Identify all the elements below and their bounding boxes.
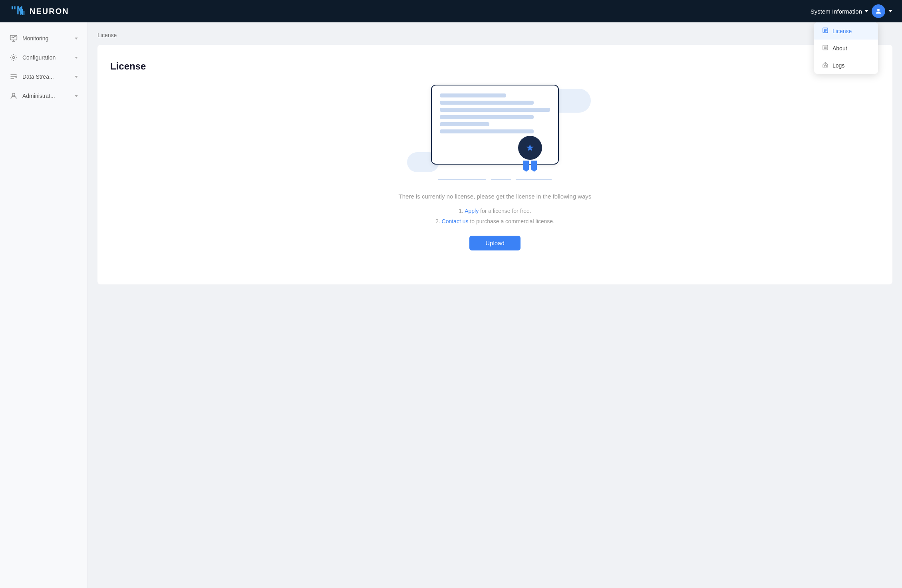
cert-line-4 [440,115,534,119]
cert-line-5 [440,122,489,126]
logs-icon [822,62,828,69]
configuration-label: Configuration [22,54,70,61]
cert-line-1 [440,93,506,97]
header: "N NEURON System Information [0,0,902,22]
license-step-2: 2. Contact us to purchase a commercial l… [110,218,880,224]
cert-line-2 [440,101,534,105]
data-stream-label: Data Strea... [22,74,70,80]
cert-underlines [438,179,552,180]
step1-prefix: 1. [459,208,463,214]
badge-ribbon [518,161,542,172]
data-stream-icon [10,73,18,81]
system-info-label: System Information [811,8,862,15]
svg-point-17 [13,57,15,59]
upload-button-wrapper: Upload [110,236,880,250]
neuron-logo-icon: "N [10,3,26,19]
system-info-dropdown: License About Logs [814,22,878,74]
cert-line-6 [440,129,534,133]
about-icon [822,44,828,52]
administration-chevron-icon [75,95,78,97]
sidebar-item-monitoring[interactable]: Monitoring [0,29,87,48]
dropdown-item-license[interactable]: License [814,22,878,40]
data-stream-chevron-icon [75,76,78,78]
page-title: License [110,61,880,72]
monitoring-chevron-icon [75,38,78,40]
step2-prefix: 2. [435,218,440,224]
configuration-icon [10,54,18,62]
sidebar-item-data-stream[interactable]: Data Strea... [0,67,87,86]
user-chevron-icon[interactable] [888,10,892,12]
badge-circle: ★ [518,136,542,160]
certificate-container: ★ [431,85,559,180]
breadcrumb: License [97,32,892,38]
layout: Monitoring Configuration Data Strea... [0,22,902,588]
license-steps: 1. Apply for a license for free. 2. Cont… [110,208,880,224]
monitoring-label: Monitoring [22,35,70,42]
system-info-button[interactable]: System Information [811,8,868,15]
upload-button[interactable]: Upload [469,236,521,250]
main-content: License License [88,22,902,588]
svg-point-19 [12,93,15,96]
ribbon-right [531,161,537,172]
license-icon [822,27,828,35]
sidebar: Monitoring Configuration Data Strea... [0,22,88,588]
certificate-box: ★ [431,85,559,165]
user-avatar[interactable] [872,4,885,18]
configuration-chevron-icon [75,57,78,59]
system-info-chevron-icon [864,10,868,12]
no-license-message: There is currently no license, please ge… [110,193,880,200]
header-right: System Information [811,4,892,18]
logo-text: NEURON [30,7,69,16]
step2-suffix: to purchase a commercial license. [470,218,554,224]
cert-line-3 [440,108,550,112]
monitoring-icon [10,34,18,42]
logo: "N NEURON [10,3,69,19]
apply-link[interactable]: Apply [465,208,479,214]
sidebar-item-administration[interactable]: Administrat... [0,86,87,105]
dropdown-item-about[interactable]: About [814,40,878,57]
svg-point-4 [877,9,880,11]
sidebar-item-configuration[interactable]: Configuration [0,48,87,67]
ribbon-left [523,161,529,172]
dropdown-item-logs[interactable]: Logs [814,57,878,74]
content-card: License [97,45,892,284]
license-illustration: ★ [110,85,880,180]
badge-star-icon: ★ [526,142,534,153]
cert-badge: ★ [518,136,542,172]
contact-us-link[interactable]: Contact us [442,218,469,224]
administration-label: Administrat... [22,93,70,99]
dropdown-license-label: License [832,28,852,34]
underline-3 [516,179,552,180]
dropdown-about-label: About [832,45,847,52]
underline-2 [491,179,511,180]
underline-1 [438,179,486,180]
step1-suffix: for a license for free. [480,208,531,214]
svg-point-18 [16,76,17,77]
administration-icon [10,92,18,100]
dropdown-logs-label: Logs [832,62,844,69]
license-step-1: 1. Apply for a license for free. [110,208,880,214]
